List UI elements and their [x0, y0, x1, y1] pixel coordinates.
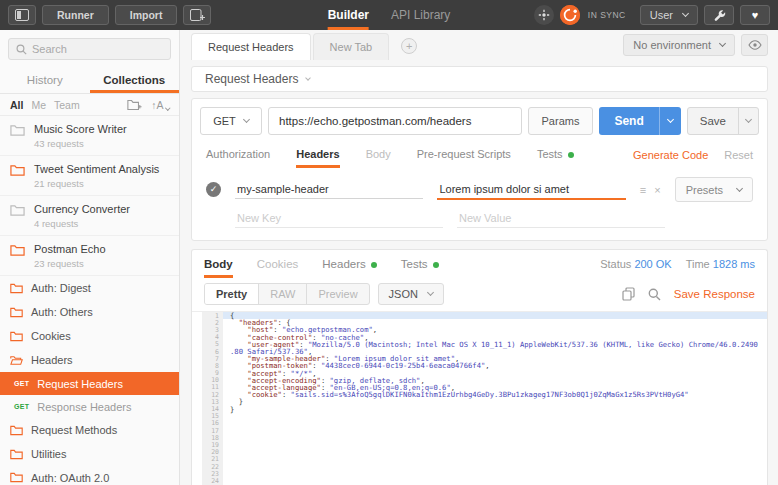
tab-response-headers[interactable]: Headers — [322, 250, 376, 278]
wrench-icon — [713, 9, 726, 22]
runner-button[interactable]: Runner — [42, 5, 109, 25]
remove-row-icon[interactable]: × — [654, 184, 660, 196]
collection-tweet-sentiment[interactable]: Tweet Sentiment Analysis 21 requests — [0, 156, 179, 196]
code-line: 24 — [202, 477, 767, 484]
request-title-bar[interactable]: Request Headers — [191, 66, 768, 92]
environment-selector[interactable]: No environment — [623, 34, 735, 56]
tab-collections[interactable]: Collections — [90, 68, 180, 93]
tests-status-dot — [433, 262, 439, 268]
copy-button[interactable] — [622, 287, 635, 301]
folder-auth-oauth2[interactable]: Auth: OAuth 2.0 — [0, 466, 179, 485]
postman-window: Runner Import Builder API Library IN SYN… — [0, 0, 778, 485]
check-icon: ✓ — [210, 185, 218, 194]
method-selector[interactable]: GET — [200, 107, 262, 135]
drag-handle-icon[interactable]: ≡ — [640, 184, 646, 196]
filter-me[interactable]: Me — [31, 99, 46, 111]
tab-response-body[interactable]: Body — [204, 250, 233, 278]
toggle-sidebar-button[interactable] — [8, 5, 36, 25]
view-mode-raw[interactable]: RAW — [259, 284, 307, 304]
header-value-input[interactable] — [437, 180, 625, 200]
view-mode-pretty[interactable]: Pretty — [205, 284, 259, 304]
new-header-key-input[interactable] — [235, 209, 443, 228]
params-button[interactable]: Params — [528, 107, 594, 135]
tab-response-tests[interactable]: Tests — [401, 250, 439, 278]
sidebar: History Collections All Me Team ↑A Music… — [0, 30, 180, 485]
sidebar-search[interactable] — [8, 38, 171, 60]
main-area: Request Headers New Tab + No environment… — [181, 30, 778, 485]
new-window-button[interactable] — [183, 5, 211, 25]
save-button[interactable]: Save — [687, 107, 759, 135]
top-nav: Builder API Library — [328, 0, 451, 30]
response-panel: Body Cookies Headers Tests Status 200 OK… — [191, 249, 768, 485]
settings-button[interactable] — [704, 5, 734, 25]
import-button[interactable]: Import — [115, 5, 178, 25]
folder-headers[interactable]: Headers — [0, 348, 179, 372]
filter-all[interactable]: All — [10, 99, 23, 111]
tab-builder[interactable]: Builder — [328, 0, 369, 30]
open-tab-request-headers[interactable]: Request Headers — [191, 33, 311, 60]
filter-team[interactable]: Team — [54, 99, 80, 111]
environment-label: No environment — [633, 39, 711, 51]
new-header-value-input[interactable] — [457, 209, 665, 228]
save-label: Save — [688, 108, 738, 134]
reset-link[interactable]: Reset — [724, 149, 753, 161]
send-button[interactable]: Send — [599, 107, 680, 135]
tab-response-cookies[interactable]: Cookies — [257, 250, 299, 278]
chevron-down-icon — [306, 75, 312, 81]
tab-authorization[interactable]: Authorization — [206, 141, 270, 168]
folder-icon — [10, 472, 23, 483]
folder-icon — [10, 425, 23, 436]
collection-postman-echo[interactable]: Postman Echo 23 requests — [0, 236, 179, 276]
search-input[interactable] — [32, 43, 163, 55]
tab-tests[interactable]: Tests — [537, 141, 574, 168]
code-line: 22 — [202, 463, 767, 470]
request-response-headers[interactable]: GET Response Headers — [0, 395, 179, 418]
header-enabled-checkbox[interactable]: ✓ — [206, 182, 221, 197]
collection-music-score-writer[interactable]: Music Score Writer 43 requests — [0, 116, 179, 156]
folder-cookies[interactable]: Cookies — [0, 324, 179, 348]
format-label: JSON — [389, 288, 418, 300]
collection-currency-converter[interactable]: Currency Converter 4 requests — [0, 196, 179, 236]
folder-utilities[interactable]: Utilities — [0, 442, 179, 466]
view-mode-preview[interactable]: Preview — [307, 284, 368, 304]
chevron-down-icon — [719, 40, 726, 47]
generate-code-link[interactable]: Generate Code — [633, 149, 708, 161]
collection-count: 43 requests — [34, 138, 127, 149]
save-response-link[interactable]: Save Response — [674, 288, 755, 300]
method-badge: GET — [14, 380, 29, 387]
send-label: Send — [599, 107, 658, 135]
new-tab-button[interactable]: + — [401, 38, 417, 54]
headers-key-value-editor: ✓ ≡ × Presets — [200, 168, 759, 240]
presets-dropdown[interactable]: Presets — [675, 177, 753, 202]
sort-button[interactable]: ↑A — [151, 99, 169, 111]
url-input[interactable] — [268, 107, 522, 135]
open-tab-new-tab[interactable]: New Tab — [313, 33, 390, 60]
environment-preview-button[interactable] — [741, 34, 768, 56]
user-menu-button[interactable]: User — [640, 5, 698, 25]
chevron-down-icon — [243, 116, 250, 123]
folder-auth-digest[interactable]: Auth: Digest — [0, 276, 179, 300]
code-line: 16 — [202, 420, 767, 427]
collection-count: 21 requests — [34, 178, 159, 189]
format-selector[interactable]: JSON — [378, 283, 444, 305]
tab-history[interactable]: History — [0, 68, 90, 93]
response-tabs: Body Cookies Headers Tests Status 200 OK… — [192, 250, 767, 278]
response-code-viewer[interactable]: 1{2 "headers": {3 "host": "echo.getpostm… — [192, 311, 767, 485]
request-request-headers[interactable]: GET Request Headers — [0, 372, 179, 395]
request-tab-strip: Request Headers New Tab + No environment — [181, 30, 778, 60]
header-key-input[interactable] — [235, 180, 423, 199]
folder-request-methods[interactable]: Request Methods — [0, 418, 179, 442]
folder-auth-others[interactable]: Auth: Others — [0, 300, 179, 324]
collection-name: Currency Converter — [34, 203, 130, 215]
method-label: GET — [213, 115, 236, 127]
sync-button[interactable] — [560, 5, 580, 25]
tab-headers[interactable]: Headers — [296, 141, 339, 168]
tab-body[interactable]: Body — [366, 141, 391, 168]
new-folder-button[interactable] — [127, 99, 142, 111]
favorites-button[interactable]: ♥ — [740, 5, 770, 25]
folder-icon — [10, 164, 25, 189]
tab-api-library[interactable]: API Library — [391, 0, 450, 30]
tab-pre-request-scripts[interactable]: Pre-request Scripts — [417, 141, 511, 168]
proxy-button[interactable] — [534, 5, 554, 25]
search-response-button[interactable] — [648, 288, 661, 301]
